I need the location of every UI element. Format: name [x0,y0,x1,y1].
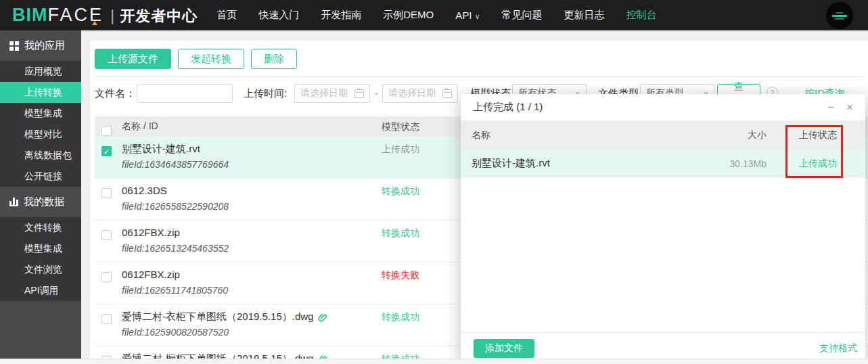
file-name: 0612.3DS [122,185,167,196]
name-id-column-header: 名称 / ID [122,120,158,133]
row-checkbox-checked[interactable]: ✓ [101,146,112,156]
bimface-logo[interactable]: BIMFACE | 开发者中心 [12,5,198,26]
uploaded-file-row[interactable]: 别墅设计-建筑.rvt 30.13Mb 上传成功 [461,150,865,177]
name-column-header: 名称 [472,129,490,141]
sidebar-item-app-overview[interactable]: 应用概览 [0,61,81,82]
date-from-input[interactable]: 请选择日期 [294,84,370,103]
topbar: BIMFACE | 开发者中心 首页 快速入门 开发指南 示例DEMO API∨… [0,0,868,30]
status-badge: 转换成功 [380,311,419,323]
toolbar-divider [95,76,863,77]
logo-subtitle: 开发者中心 [120,6,198,26]
filename-input[interactable] [137,84,233,103]
chevron-down-icon: ∨ [474,12,480,20]
file-id: fileId:1626558522590208 [122,201,229,212]
supported-formats-link[interactable]: 支持格式 [819,342,857,355]
date-to-input[interactable]: 请选择日期 [382,84,458,103]
add-file-button[interactable]: 添加文件 [474,339,534,358]
nav-demo[interactable]: 示例DEMO [383,9,434,22]
upload-status-badge: 上传成功 [790,158,837,170]
logo-divider: | [110,6,114,25]
nav-changelog[interactable]: 更新日志 [564,9,605,22]
date-range-dash: - [375,87,378,99]
size-column-header: 大小 [706,129,767,141]
date-from-placeholder: 请选择日期 [300,87,348,99]
file-id: fileId:1625900820587520 [122,327,229,338]
dialog-titlebar: 上传完成 (1 / 1) − × [461,94,865,120]
sidebar-item-model-integration[interactable]: 模型集成 [0,103,81,124]
status-badge: 转换成功 [380,185,419,198]
apps-grid-icon [9,41,19,51]
file-name: 0612FBX.zip [122,269,180,280]
calendar-icon [355,89,364,98]
status-badge: 转换失败 [380,269,419,281]
row-checkbox[interactable] [101,188,112,198]
sidebar-section-title: 我的数据 [24,196,64,208]
sidebar-section-my-data: 我的数据 [0,187,81,217]
sidebar-item-file-browse-stats[interactable]: 文件浏览 [0,259,81,280]
nav-guide[interactable]: 开发指南 [321,9,361,22]
nav-api[interactable]: API∨ [455,9,480,21]
calendar-icon [442,89,452,98]
dialog-title: 上传完成 (1 / 1) [473,101,543,114]
nav-quickstart[interactable]: 快速入门 [258,9,299,22]
sidebar-item-upload-convert[interactable]: 上传转换 [0,82,81,103]
start-convert-button[interactable]: 发起转换 [178,49,244,69]
status-badge: 转换成功 [380,353,419,359]
status-badge: 上传成功 [380,143,419,156]
select-all-checkbox[interactable] [101,126,112,136]
minimize-icon[interactable]: − [827,101,834,113]
row-checkbox[interactable] [101,314,112,324]
action-toolbar: 上传源文件 发起转换 删除 [95,49,297,69]
file-id: fileId:1634643857769664 [122,159,229,170]
file-name: 爱博二村-衣柜下单图纸（2019.5.15）.dwg [122,311,327,323]
horizontal-scrollbar[interactable] [0,359,868,364]
upload-status-column-header: 上传状态 [790,129,837,141]
delete-button[interactable]: 删除 [251,49,297,69]
model-status-column-header: 模型状态 [380,121,419,133]
bar-chart-icon [9,198,18,206]
sidebar-item-model-integration-stats[interactable]: 模型集成 [0,238,81,259]
sidebar-group: 文件转换 模型集成 文件浏览 API调用 [0,217,81,301]
logo-arrow-icon [92,21,97,25]
file-id: fileId:1626511741805760 [122,285,228,296]
status-badge: 转换成功 [380,227,419,240]
sidebar-item-model-compare[interactable]: 模型对比 [0,124,81,145]
upload-complete-dialog: 上传完成 (1 / 1) − × 名称 大小 上传状态 别墅设计-建筑.rvt … [461,94,865,364]
file-id: fileId:1626513245463552 [122,243,229,254]
date-to-placeholder: 请选择日期 [388,87,436,99]
file-name: 别墅设计-建筑.rvt [122,143,200,156]
filename-label: 文件名： [95,87,135,100]
row-checkbox[interactable] [101,230,112,240]
file-name: 0612FBX.zip [122,227,180,238]
nav-console[interactable]: 控制台 [626,9,657,22]
sidebar-section-my-apps: 我的应用 [0,30,81,61]
sidebar-item-api-calls[interactable]: API调用 [0,280,81,301]
upload-time-label: 上传时间: [244,87,287,100]
top-nav: 首页 快速入门 开发指南 示例DEMO API∨ 常见问题 更新日志 控制台 [216,9,656,22]
sidebar-group: 应用概览 上传转换 模型集成 模型对比 离线数据包 公开链接 [0,61,81,187]
file-name: 爱博二村-橱柜下单图纸（2019.5.15）.dwg [122,352,327,359]
sidebar-section-title: 我的应用 [24,39,65,52]
row-checkbox[interactable] [101,272,112,282]
link-icon[interactable] [317,313,327,322]
sidebar: 我的应用 应用概览 上传转换 模型集成 模型对比 离线数据包 公开链接 我的数据… [0,30,81,359]
file-name: 别墅设计-建筑.rvt [472,157,550,170]
file-size: 30.13Mb [706,158,767,169]
nav-faq[interactable]: 常见问题 [502,9,543,22]
upload-source-file-button[interactable]: 上传源文件 [95,49,171,69]
sidebar-item-offline-package[interactable]: 离线数据包 [0,145,81,166]
dialog-table-header: 名称 大小 上传状态 [461,120,865,150]
sidebar-item-file-convert-stats[interactable]: 文件转换 [0,217,81,238]
user-avatar[interactable] [826,2,853,29]
nav-home[interactable]: 首页 [216,9,237,22]
close-icon[interactable]: × [846,101,853,113]
logo-bim-text: BIM [12,5,48,26]
sidebar-item-public-link[interactable]: 公开链接 [0,166,81,187]
